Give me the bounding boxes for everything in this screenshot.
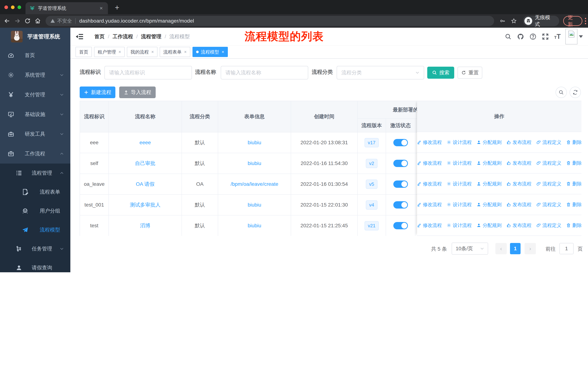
browser-tab[interactable]: 芋道管理系统 ×: [26, 2, 108, 14]
back-icon[interactable]: [4, 18, 10, 24]
action-发布流程[interactable]: 发布流程: [506, 160, 532, 166]
action-分配规则[interactable]: 分配规则: [476, 202, 502, 208]
sidebar-item-用户分组[interactable]: 用户分组: [0, 202, 70, 220]
cell-process-name-link[interactable]: 测试多审批人: [109, 194, 182, 215]
tag-流程表单[interactable]: 流程表单×: [160, 47, 190, 57]
action-设计流程[interactable]: 设计流程: [447, 202, 472, 208]
action-设计流程[interactable]: 设计流程: [447, 139, 472, 146]
action-删除[interactable]: 删除: [566, 139, 581, 146]
zoom-window-button[interactable]: [18, 5, 21, 9]
new-tab-button[interactable]: +: [115, 3, 119, 12]
next-page-button[interactable]: ›: [525, 243, 536, 254]
action-修改流程[interactable]: 修改流程: [417, 222, 442, 229]
active-toggle[interactable]: [393, 139, 408, 146]
goto-page-input[interactable]: 1: [559, 243, 574, 254]
sidebar-item-工作流程[interactable]: 工作流程: [0, 144, 70, 163]
sidebar-item-任务管理[interactable]: 任务管理: [0, 239, 70, 258]
breadcrumb-process-manage[interactable]: 流程管理: [141, 33, 161, 40]
sidebar-item-基础设施[interactable]: 基础设施: [0, 105, 70, 124]
macos-traffic-lights[interactable]: [4, 5, 21, 9]
minimize-window-button[interactable]: [11, 5, 15, 9]
action-发布流程[interactable]: 发布流程: [506, 139, 532, 146]
cell-form-link[interactable]: /bpm/oa/leave/create: [218, 174, 291, 194]
tag-租户管理[interactable]: 租户管理×: [94, 47, 125, 57]
help-icon[interactable]: [529, 33, 536, 40]
font-size-icon[interactable]: TT: [554, 33, 561, 40]
sidebar-item-系统管理[interactable]: 系统管理: [0, 65, 70, 85]
import-process-button[interactable]: 导入流程: [119, 87, 156, 98]
action-发布流程[interactable]: 发布流程: [506, 202, 532, 208]
action-删除[interactable]: 删除: [566, 202, 581, 208]
action-修改流程[interactable]: 修改流程: [417, 202, 442, 208]
action-修改流程[interactable]: 修改流程: [417, 139, 442, 146]
sidebar-item-请假查询[interactable]: 请假查询: [0, 258, 70, 277]
browser-menu-icon[interactable]: [585, 18, 586, 24]
action-流程定义[interactable]: 流程定义: [536, 181, 561, 187]
action-分配规则[interactable]: 分配规则: [476, 139, 502, 146]
cell-process-name-link[interactable]: OA 请假: [109, 174, 182, 194]
active-toggle[interactable]: [393, 181, 408, 188]
close-window-button[interactable]: [4, 5, 8, 9]
breadcrumb-home[interactable]: 首页: [94, 33, 105, 40]
forward-icon[interactable]: [14, 18, 21, 24]
action-修改流程[interactable]: 修改流程: [417, 160, 442, 166]
sidebar-item-流程表单[interactable]: 流程表单: [0, 182, 70, 202]
cell-process-name-link[interactable]: 自己审批: [109, 153, 182, 174]
action-删除[interactable]: 删除: [566, 160, 581, 166]
address-bar[interactable]: 不安全 dashboard.yudao.iocoder.cn/bpm/manag…: [46, 16, 494, 26]
bookmark-star-icon[interactable]: [511, 18, 517, 24]
action-设计流程[interactable]: 设计流程: [447, 222, 472, 229]
page-size-select[interactable]: 10条/页: [452, 242, 488, 255]
create-process-button[interactable]: 新建流程: [80, 87, 115, 98]
current-page-button[interactable]: 1: [510, 243, 521, 254]
action-设计流程[interactable]: 设计流程: [447, 181, 472, 187]
action-修改流程[interactable]: 修改流程: [417, 181, 442, 187]
sidebar-item-研发工具[interactable]: 研发工具: [0, 124, 70, 144]
cell-form-link[interactable]: biubiu: [218, 215, 291, 236]
sidebar-fold-icon[interactable]: [76, 33, 83, 40]
action-流程定义[interactable]: 流程定义: [536, 160, 561, 166]
filter-id-input[interactable]: 请输入流程标识: [105, 66, 192, 80]
action-分配规则[interactable]: 分配规则: [476, 160, 502, 166]
fullscreen-icon[interactable]: [542, 33, 549, 40]
action-发布流程[interactable]: 发布流程: [506, 181, 532, 187]
action-流程定义[interactable]: 流程定义: [536, 202, 561, 208]
sidebar-item-首页[interactable]: 首页: [0, 46, 70, 65]
avatar-caret-icon[interactable]: [579, 35, 583, 38]
breadcrumb-workflow[interactable]: 工作流程: [113, 33, 133, 40]
action-分配规则[interactable]: 分配规则: [476, 222, 502, 229]
tag-close-icon[interactable]: ×: [118, 49, 121, 54]
incognito-badge[interactable]: 无痕模式: [523, 16, 559, 26]
action-流程定义[interactable]: 流程定义: [536, 222, 561, 229]
tag-流程模型[interactable]: 流程模型×: [192, 47, 228, 57]
tag-我的流程[interactable]: 我的流程×: [127, 47, 158, 57]
sidebar-item-流程管理[interactable]: 流程管理: [0, 163, 70, 182]
tag-首页[interactable]: 首页: [75, 47, 92, 57]
filter-category-select[interactable]: 流程分类: [337, 66, 424, 80]
tab-close-icon[interactable]: ×: [98, 5, 104, 11]
reset-button[interactable]: 重置: [458, 67, 482, 79]
search-button[interactable]: 搜索: [427, 67, 454, 79]
github-icon[interactable]: [517, 33, 524, 40]
filter-name-input[interactable]: 请输入流程名称: [221, 66, 308, 80]
search-icon[interactable]: [505, 33, 512, 40]
refresh-table-button[interactable]: [570, 87, 581, 98]
reload-icon[interactable]: [24, 18, 31, 24]
action-发布流程[interactable]: 发布流程: [506, 222, 532, 229]
password-key-icon[interactable]: [500, 18, 505, 24]
cell-process-name-link[interactable]: eeee: [109, 132, 182, 153]
sidebar-item-流程模型[interactable]: 流程模型: [0, 220, 70, 239]
tag-close-icon[interactable]: ×: [151, 49, 154, 54]
action-删除[interactable]: 删除: [566, 222, 581, 229]
active-toggle[interactable]: [393, 222, 408, 229]
active-toggle[interactable]: [393, 201, 408, 209]
security-label[interactable]: 不安全: [57, 18, 72, 24]
cell-process-name-link[interactable]: 滔博: [109, 215, 182, 236]
action-流程定义[interactable]: 流程定义: [536, 139, 561, 146]
sidebar-logo-row[interactable]: 芋道管理系统: [0, 28, 70, 46]
cell-form-link[interactable]: biubiu: [218, 194, 291, 215]
prev-page-button[interactable]: ‹: [495, 243, 507, 254]
active-toggle[interactable]: [393, 160, 408, 167]
tag-close-icon[interactable]: ×: [184, 49, 187, 54]
chrome-update-button[interactable]: 更新: [563, 16, 582, 26]
